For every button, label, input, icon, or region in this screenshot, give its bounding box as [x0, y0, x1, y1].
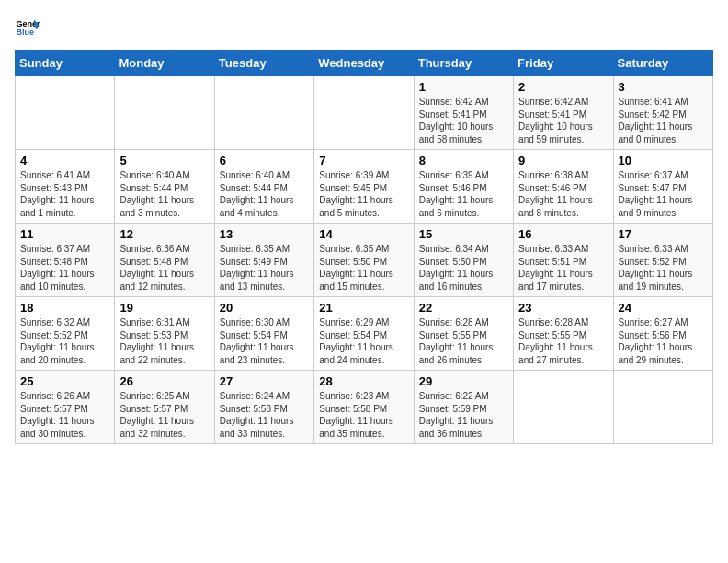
day-cell: 10Sunrise: 6:37 AMSunset: 5:47 PMDayligh… [613, 150, 712, 224]
header: General Blue [15, 15, 713, 40]
day-cell: 19Sunrise: 6:31 AMSunset: 5:53 PMDayligh… [115, 297, 214, 371]
calendar-table: SundayMondayTuesdayWednesdayThursdayFrid… [15, 50, 713, 444]
day-number: 15 [419, 227, 508, 241]
day-cell [314, 76, 414, 150]
day-cell [214, 76, 313, 150]
day-info: Sunrise: 6:38 AMSunset: 5:46 PMDaylight:… [518, 169, 608, 219]
day-cell: 26Sunrise: 6:25 AMSunset: 5:57 PMDayligh… [115, 371, 214, 444]
day-number: 18 [20, 301, 109, 315]
day-number: 11 [20, 227, 109, 241]
day-cell: 12Sunrise: 6:36 AMSunset: 5:48 PMDayligh… [115, 224, 214, 297]
day-info: Sunrise: 6:24 AMSunset: 5:58 PMDaylight:… [220, 390, 309, 440]
day-cell: 9Sunrise: 6:38 AMSunset: 5:46 PMDaylight… [514, 150, 613, 224]
calendar-header: SundayMondayTuesdayWednesdayThursdayFrid… [16, 51, 713, 76]
day-cell: 13Sunrise: 6:35 AMSunset: 5:49 PMDayligh… [214, 224, 313, 297]
day-info: Sunrise: 6:33 AMSunset: 5:52 PMDaylight:… [619, 243, 708, 293]
day-cell [613, 371, 712, 444]
day-info: Sunrise: 6:28 AMSunset: 5:55 PMDaylight:… [518, 316, 608, 366]
day-number: 16 [518, 227, 608, 241]
day-info: Sunrise: 6:40 AMSunset: 5:44 PMDaylight:… [220, 169, 309, 219]
day-number: 7 [319, 154, 408, 167]
day-info: Sunrise: 6:23 AMSunset: 5:58 PMDaylight:… [319, 390, 408, 440]
day-cell: 29Sunrise: 6:22 AMSunset: 5:59 PMDayligh… [414, 371, 513, 444]
svg-text:Blue: Blue [16, 28, 34, 37]
day-cell: 16Sunrise: 6:33 AMSunset: 5:51 PMDayligh… [514, 224, 613, 297]
day-cell: 28Sunrise: 6:23 AMSunset: 5:58 PMDayligh… [314, 371, 414, 444]
day-info: Sunrise: 6:34 AMSunset: 5:50 PMDaylight:… [419, 243, 508, 293]
day-number: 13 [220, 227, 309, 241]
day-info: Sunrise: 6:22 AMSunset: 5:59 PMDaylight:… [419, 390, 508, 440]
day-cell: 20Sunrise: 6:30 AMSunset: 5:54 PMDayligh… [214, 297, 313, 371]
day-info: Sunrise: 6:37 AMSunset: 5:48 PMDaylight:… [20, 243, 109, 293]
day-cell [16, 76, 115, 150]
day-number: 4 [20, 154, 109, 167]
day-info: Sunrise: 6:29 AMSunset: 5:54 PMDaylight:… [319, 316, 408, 366]
day-number: 20 [220, 301, 309, 315]
week-row-3: 11Sunrise: 6:37 AMSunset: 5:48 PMDayligh… [16, 224, 713, 297]
day-number: 23 [518, 301, 608, 315]
day-number: 24 [619, 301, 708, 315]
week-row-1: 1Sunrise: 6:42 AMSunset: 5:41 PMDaylight… [16, 76, 713, 150]
day-cell: 6Sunrise: 6:40 AMSunset: 5:44 PMDaylight… [214, 150, 313, 224]
day-cell: 3Sunrise: 6:41 AMSunset: 5:42 PMDaylight… [613, 76, 712, 150]
logo: General Blue [15, 15, 44, 40]
day-cell: 21Sunrise: 6:29 AMSunset: 5:54 PMDayligh… [314, 297, 414, 371]
day-info: Sunrise: 6:35 AMSunset: 5:49 PMDaylight:… [220, 243, 309, 293]
day-cell: 1Sunrise: 6:42 AMSunset: 5:41 PMDaylight… [414, 76, 513, 150]
day-cell: 2Sunrise: 6:42 AMSunset: 5:41 PMDaylight… [514, 76, 613, 150]
header-thursday: Thursday [414, 51, 513, 76]
day-number: 26 [119, 374, 209, 388]
day-info: Sunrise: 6:39 AMSunset: 5:45 PMDaylight:… [319, 169, 408, 219]
day-number: 25 [20, 374, 109, 388]
day-cell: 17Sunrise: 6:33 AMSunset: 5:52 PMDayligh… [613, 224, 712, 297]
day-info: Sunrise: 6:28 AMSunset: 5:55 PMDaylight:… [419, 316, 508, 366]
day-info: Sunrise: 6:30 AMSunset: 5:54 PMDaylight:… [220, 316, 309, 366]
day-number: 6 [220, 154, 309, 167]
week-row-5: 25Sunrise: 6:26 AMSunset: 5:57 PMDayligh… [16, 371, 713, 444]
day-info: Sunrise: 6:41 AMSunset: 5:42 PMDaylight:… [619, 96, 708, 145]
day-info: Sunrise: 6:39 AMSunset: 5:46 PMDaylight:… [419, 169, 508, 219]
day-cell: 22Sunrise: 6:28 AMSunset: 5:55 PMDayligh… [414, 297, 513, 371]
day-number: 22 [419, 301, 508, 315]
day-cell: 18Sunrise: 6:32 AMSunset: 5:52 PMDayligh… [16, 297, 115, 371]
header-wednesday: Wednesday [314, 51, 414, 76]
day-info: Sunrise: 6:26 AMSunset: 5:57 PMDaylight:… [20, 390, 109, 440]
day-cell: 7Sunrise: 6:39 AMSunset: 5:45 PMDaylight… [314, 150, 414, 224]
day-number: 3 [619, 80, 708, 94]
day-cell: 4Sunrise: 6:41 AMSunset: 5:43 PMDaylight… [16, 150, 115, 224]
day-info: Sunrise: 6:41 AMSunset: 5:43 PMDaylight:… [20, 169, 109, 219]
week-row-4: 18Sunrise: 6:32 AMSunset: 5:52 PMDayligh… [16, 297, 713, 371]
day-cell: 24Sunrise: 6:27 AMSunset: 5:56 PMDayligh… [613, 297, 712, 371]
day-number: 29 [419, 374, 508, 388]
day-cell: 11Sunrise: 6:37 AMSunset: 5:48 PMDayligh… [16, 224, 115, 297]
day-number: 28 [319, 374, 408, 388]
day-cell: 15Sunrise: 6:34 AMSunset: 5:50 PMDayligh… [414, 224, 513, 297]
week-row-2: 4Sunrise: 6:41 AMSunset: 5:43 PMDaylight… [16, 150, 713, 224]
day-info: Sunrise: 6:35 AMSunset: 5:50 PMDaylight:… [319, 243, 408, 293]
day-cell: 27Sunrise: 6:24 AMSunset: 5:58 PMDayligh… [214, 371, 313, 444]
day-info: Sunrise: 6:36 AMSunset: 5:48 PMDaylight:… [119, 243, 209, 293]
day-number: 2 [518, 80, 608, 94]
header-monday: Monday [115, 51, 214, 76]
header-sunday: Sunday [16, 51, 115, 76]
header-saturday: Saturday [613, 51, 712, 76]
day-number: 12 [119, 227, 209, 241]
day-cell: 25Sunrise: 6:26 AMSunset: 5:57 PMDayligh… [16, 371, 115, 444]
day-number: 1 [419, 80, 508, 94]
day-cell: 14Sunrise: 6:35 AMSunset: 5:50 PMDayligh… [314, 224, 414, 297]
day-info: Sunrise: 6:33 AMSunset: 5:51 PMDaylight:… [518, 243, 608, 293]
calendar-body: 1Sunrise: 6:42 AMSunset: 5:41 PMDaylight… [16, 76, 713, 444]
header-friday: Friday [514, 51, 613, 76]
day-info: Sunrise: 6:27 AMSunset: 5:56 PMDaylight:… [619, 316, 708, 366]
day-cell: 8Sunrise: 6:39 AMSunset: 5:46 PMDaylight… [414, 150, 513, 224]
day-number: 14 [319, 227, 408, 241]
day-number: 9 [518, 154, 608, 167]
header-tuesday: Tuesday [214, 51, 313, 76]
day-info: Sunrise: 6:37 AMSunset: 5:47 PMDaylight:… [619, 169, 708, 219]
day-number: 21 [319, 301, 408, 315]
day-number: 5 [119, 154, 209, 167]
day-number: 10 [619, 154, 708, 167]
day-cell [514, 371, 613, 444]
logo-icon: General Blue [15, 15, 40, 40]
day-cell: 23Sunrise: 6:28 AMSunset: 5:55 PMDayligh… [514, 297, 613, 371]
